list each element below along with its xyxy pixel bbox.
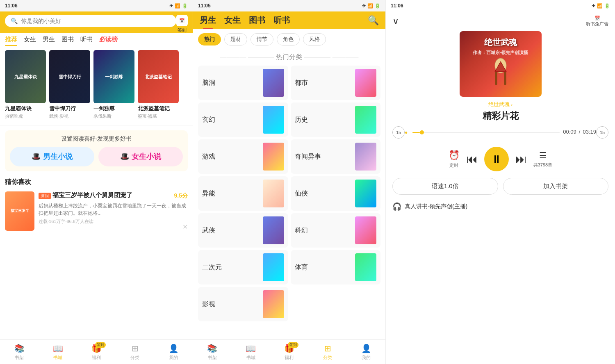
category-city[interactable]: 都市 (291, 66, 381, 100)
book-cover: 雪中悍刀行 (49, 50, 90, 103)
female-novel-button[interactable]: 🎩 女生小说 (98, 147, 183, 166)
mid-nav-welfare[interactable]: 🎁 签到 福利 (270, 344, 309, 361)
book-tags: 扮猪吃虎 (5, 113, 46, 119)
category-film[interactable]: 影视 (198, 287, 288, 321)
mid-nav-bookstore[interactable]: 📖 书城 (232, 344, 270, 361)
headphone-icon: 🎧 (392, 202, 401, 211)
progress-row: 15 ● 00:09 / 03:19 15 (392, 126, 608, 139)
category-brainstorm[interactable]: 脑洞 (198, 66, 288, 100)
progress-bar[interactable] (412, 132, 560, 133)
mid-category-label: 分类 (323, 355, 332, 361)
current-time: 00:09 (563, 129, 576, 135)
tab-books[interactable]: 图书 (61, 36, 74, 46)
book-item[interactable]: 雪中悍刀行 雪中悍刀行 武侠·影视 (49, 50, 90, 119)
cat-cover-fantasy (263, 106, 284, 134)
tab-audio[interactable]: 听书 (80, 36, 93, 46)
category-section: ———— 热门分类 ———— 脑洞 都市 玄幻 历史 游戏 (193, 50, 385, 339)
male-novel-button[interactable]: 🎩 男生小说 (10, 147, 94, 166)
guess-book-item[interactable]: 福宝三岁半 脑洞 福宝三岁半被八个舅舅团宠了 9.5分 后妈从楼梯上摔跤流产，小… (0, 188, 193, 234)
skip-fwd-button[interactable]: 15 (596, 126, 608, 139)
filter-hot[interactable]: 热门 (198, 33, 221, 46)
category-scifi[interactable]: 科幻 (291, 213, 381, 248)
filter-plot[interactable]: 情节 (251, 33, 273, 46)
right-panel: 11:06 ✈ 📶 🔋 ∨ 📅 听书免广告 绝世武魂 作者：西城东·领先声创演播 (385, 0, 615, 364)
progress-bar-section: 15 ● 00:09 / 03:19 15 (386, 126, 615, 140)
time-display: 00:09 / 03:19 (563, 129, 596, 135)
search-bar[interactable]: 🔍 (5, 15, 176, 27)
book-tags: 武侠·影视 (49, 113, 90, 119)
middle-tab-books[interactable]: 图书 (249, 15, 265, 29)
nav-welfare[interactable]: 🎁 签到 福利 (77, 344, 116, 361)
search-input[interactable] (21, 18, 171, 24)
book-cover: 九星霸体诀 (5, 50, 46, 103)
mid-nav-bookshelf[interactable]: 📚 书架 (193, 344, 232, 361)
cat-cover-xianxia (355, 180, 376, 207)
category-super[interactable]: 异能 (198, 176, 288, 211)
book-cover: 北派盗墓笔记 (138, 50, 179, 103)
next-chapter-button[interactable]: ⏭ (515, 152, 527, 166)
svg-rect-2 (504, 71, 506, 85)
book-item[interactable]: 北派盗墓笔记 北派盗墓笔记 鉴宝·盗墓 (138, 50, 179, 119)
mid-nav-category[interactable]: ⊞ 分类 (308, 344, 347, 361)
tab-female[interactable]: 女生 (24, 36, 36, 46)
left-bottom-nav: 📚 书架 📖 书城 🎁 签到 福利 ⊞ 分类 👤 我的 (0, 339, 193, 364)
bookstore-label: 书城 (53, 355, 62, 361)
player-book-name[interactable]: 绝世武魂 › (386, 101, 615, 108)
chapter-list-button[interactable]: ☰ 共3798章 (533, 150, 552, 168)
category-fantasy[interactable]: 玄幻 (198, 102, 288, 137)
player-book-cover[interactable]: 绝世武魂 作者：西城东·领先声创演播 (460, 31, 542, 97)
tab-recommend[interactable]: 推荐 (5, 36, 17, 46)
book-item[interactable]: 九星霸体诀 九星霸体诀 扮猪吃虎 (5, 50, 46, 119)
book-cover: 一剑独尊 (93, 50, 134, 103)
play-pause-button[interactable]: ⏸ (484, 147, 509, 171)
category-grid: 脑洞 都市 玄幻 历史 游戏 奇闻异事 (198, 66, 380, 321)
cat-cover-brainstorm (263, 69, 284, 97)
narrator-row[interactable]: 🎧 真人讲书·领先声创(主播) (386, 198, 615, 215)
nav-bookstore[interactable]: 📖 书城 (39, 344, 77, 361)
right-status-icons: ✈ 📶 🔋 (592, 3, 610, 9)
add-shelf-button[interactable]: 加入书架 (503, 178, 609, 195)
category-martial[interactable]: 武侠 (198, 213, 288, 248)
category-sports[interactable]: 体育 (291, 250, 381, 284)
search-icon: 🔍 (11, 18, 18, 24)
book-name-arrow: › (511, 102, 512, 107)
middle-header: 男生 女生 图书 听书 🔍 (193, 11, 385, 29)
category-history[interactable]: 历史 (291, 102, 381, 137)
category-weird[interactable]: 奇闻异事 (291, 139, 381, 174)
timer-label: 定时 (449, 162, 458, 168)
close-book-button[interactable]: ✕ (182, 223, 188, 231)
middle-search-button[interactable]: 🔍 (368, 15, 379, 29)
middle-bottom-nav: 📚 书架 📖 书城 🎁 签到 福利 ⊞ 分类 👤 我的 (193, 339, 385, 364)
middle-tab-audio[interactable]: 听书 (273, 15, 290, 29)
nav-category[interactable]: ⊞ 分类 (116, 344, 154, 361)
book-title: 北派盗墓笔记 (138, 105, 179, 112)
middle-nav-tabs: 男生 女生 图书 听书 (200, 15, 290, 29)
nav-mine[interactable]: 👤 我的 (154, 344, 193, 361)
book-item[interactable]: 一剑独尊 一剑独尊 杀伐果断 (93, 50, 134, 119)
tab-mustread[interactable]: 必读榜 (99, 36, 118, 46)
prev-chapter-button[interactable]: ⏮ (466, 152, 478, 166)
collapse-button[interactable]: ∨ (392, 16, 399, 27)
tab-male[interactable]: 男生 (43, 36, 55, 46)
filter-theme[interactable]: 题材 (224, 33, 247, 46)
category-anime[interactable]: 二次元 (198, 250, 288, 284)
filter-style[interactable]: 风格 (303, 33, 326, 46)
mid-nav-mine[interactable]: 👤 我的 (347, 344, 385, 361)
progress-handle[interactable] (420, 130, 424, 134)
filter-role[interactable]: 角色 (277, 33, 300, 46)
next-icon: ⏭ (515, 152, 527, 166)
middle-tab-male[interactable]: 男生 (200, 15, 216, 29)
skip-back-button[interactable]: 15 (392, 126, 405, 139)
nav-bookshelf[interactable]: 📚 书架 (0, 344, 39, 361)
middle-tab-female[interactable]: 女生 (224, 15, 241, 29)
left-status-bar: 11:06 ✈ 📶 🔋 (0, 0, 193, 11)
mid-mine-label: 我的 (362, 355, 371, 361)
right-status-bar: 11:06 ✈ 📶 🔋 (386, 0, 615, 11)
timer-button[interactable]: ⏰ 定时 (449, 150, 460, 168)
speed-button[interactable]: 语速1.0倍 (392, 178, 498, 195)
category-game[interactable]: 游戏 (198, 139, 288, 174)
ad-free-button[interactable]: 📅 听书免广告 (586, 16, 608, 27)
featured-books: 九星霸体诀 九星霸体诀 扮猪吃虎 雪中悍刀行 雪中悍刀行 武侠·影视 一剑独尊 … (0, 46, 193, 123)
category-xianxia[interactable]: 仙侠 (291, 176, 381, 211)
checkin-button[interactable]: 📅 签到 (176, 15, 188, 33)
